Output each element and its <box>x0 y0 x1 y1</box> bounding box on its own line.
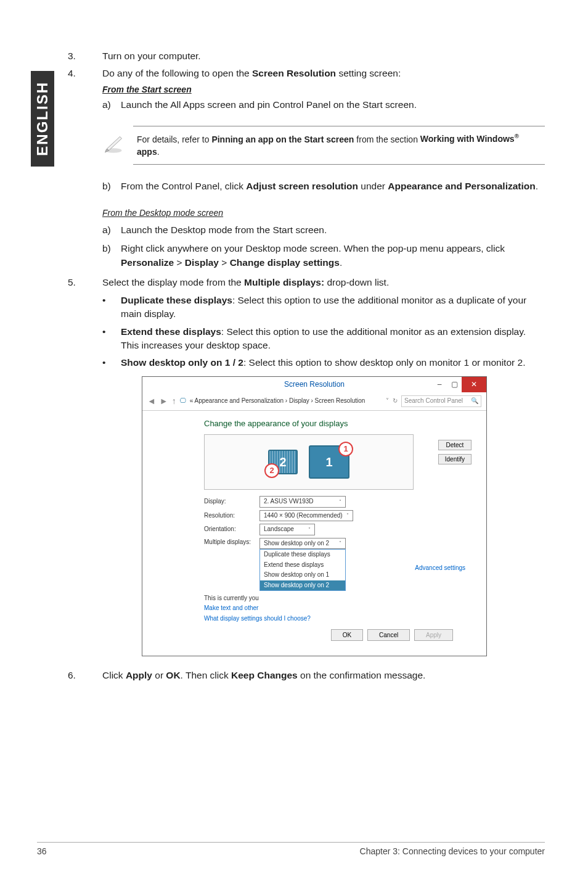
monitor-1[interactable]: 1 1 <box>309 445 349 479</box>
multiple-displays-label: Multiple displays: <box>204 538 259 547</box>
maximize-button[interactable]: ▢ <box>447 377 462 392</box>
bullet-1: Duplicate these displays: Select this op… <box>121 294 545 321</box>
step-4-intro-a: Do any of the following to open the <box>102 68 252 78</box>
note-a: For details, refer to <box>137 134 211 144</box>
note-box: For details, refer to Pinning an app on … <box>133 126 545 165</box>
from-desktop-heading: From the Desktop mode screen <box>102 207 545 219</box>
step-4-intro-bold: Screen Resolution <box>252 68 336 78</box>
step-4db-letter: b) <box>102 242 121 270</box>
option-only-2[interactable]: Show desktop only on 2 <box>260 580 345 591</box>
note-bold2: Working with Windows <box>420 134 515 144</box>
bullet-dot: • <box>102 356 121 369</box>
language-tab: ENGLISH <box>31 71 54 167</box>
step-5-num: 5. <box>68 276 102 289</box>
option-only-1[interactable]: Show desktop only on 1 <box>260 570 345 580</box>
chevron-down-icon: ˅ <box>339 498 341 506</box>
detect-button[interactable]: Detect <box>438 440 472 450</box>
step-4da-text: Launch the Desktop mode from the Start s… <box>121 223 545 237</box>
step-4-num: 4. <box>68 67 102 114</box>
dropdown-options: Duplicate these displays Extend these di… <box>259 549 346 591</box>
step-4-intro-b: setting screen: <box>336 68 401 78</box>
step-4b-text: From the Control Panel, click Adjust scr… <box>121 179 545 193</box>
display-dropdown[interactable]: 2. ASUS VW193D˅ <box>259 496 346 508</box>
cancel-button[interactable]: Cancel <box>367 629 410 641</box>
step-5-text: Select the display mode from the Multipl… <box>102 276 545 289</box>
page-number: 36 <box>37 846 47 856</box>
display-label: Display: <box>204 497 259 506</box>
panel-heading: Change the appearance of your displays <box>204 418 472 430</box>
dropdown-caret-icon[interactable]: ˅ <box>386 397 389 406</box>
step-3-text: Turn on your computer. <box>102 49 545 63</box>
screen-resolution-window: Screen Resolution – ▢ ✕ ◄ ► ↑ 🖵 « Appear… <box>142 376 487 657</box>
note-sup: ® <box>515 133 519 140</box>
note-bold3: apps <box>137 147 157 157</box>
note-b: from the section <box>354 134 420 144</box>
make-text-link[interactable]: Make text and other <box>204 604 472 613</box>
bullet-3: Show desktop only on 1 / 2: Select this … <box>121 356 545 369</box>
forward-icon[interactable]: ► <box>160 395 168 407</box>
chapter-title: Chapter 3: Connecting devices to your co… <box>360 846 545 856</box>
currently-text: This is currently you <box>204 595 259 601</box>
search-input[interactable]: Search Control Panel🔍 <box>401 395 481 407</box>
step-4b-letter: b) <box>102 179 121 193</box>
search-icon: 🔍 <box>471 397 478 406</box>
minimize-button[interactable]: – <box>432 377 447 392</box>
advanced-settings-link[interactable]: Advanced settings <box>415 564 472 573</box>
orientation-dropdown[interactable]: Landscape˅ <box>259 524 315 535</box>
from-start-heading: From the Start screen <box>102 83 545 96</box>
chevron-down-icon: ˅ <box>308 526 311 534</box>
step-3-num: 3. <box>68 49 102 63</box>
option-duplicate[interactable]: Duplicate these displays <box>260 550 345 560</box>
chevron-down-icon: ˅ <box>339 540 341 547</box>
refresh-icon[interactable]: ↻ <box>393 397 398 406</box>
option-extend[interactable]: Extend these displays <box>260 560 345 571</box>
callout-1: 1 <box>338 442 353 456</box>
close-button[interactable]: ✕ <box>462 377 486 392</box>
bullet-dot: • <box>102 325 121 353</box>
resolution-dropdown[interactable]: 1440 × 900 (Recommended)˅ <box>259 510 353 522</box>
note-bold1: Pinning an app on the Start screen <box>211 134 354 144</box>
step-4a-text: Launch the All Apps screen and pin Contr… <box>121 98 545 112</box>
language-label: ENGLISH <box>34 81 51 156</box>
ok-button[interactable]: OK <box>331 629 363 641</box>
resolution-label: Resolution: <box>204 511 259 521</box>
identify-button[interactable]: Identify <box>438 454 472 464</box>
window-titlebar: Screen Resolution – ▢ ✕ <box>142 377 486 392</box>
note-icon <box>102 132 133 158</box>
up-icon[interactable]: ↑ <box>172 395 176 407</box>
orientation-label: Orientation: <box>204 525 259 534</box>
apply-button[interactable]: Apply <box>414 629 453 641</box>
callout-2: 2 <box>264 463 279 478</box>
step-6-text: Click Apply or OK. Then click Keep Chang… <box>102 669 545 682</box>
step-4db-text: Right click anywhere on your Desktop mod… <box>121 242 545 270</box>
step-4da-letter: a) <box>102 223 121 237</box>
monitor-icon: 🖵 <box>180 397 186 406</box>
monitor-2[interactable]: 2 2 <box>268 450 298 474</box>
bullet-dot: • <box>102 294 121 321</box>
step-4a-letter: a) <box>102 98 121 112</box>
breadcrumb[interactable]: « Appearance and Personalization › Displ… <box>190 397 382 406</box>
note-c: . <box>157 147 160 157</box>
nav-bar: ◄ ► ↑ 🖵 « Appearance and Personalization… <box>142 392 486 410</box>
display-arrangement[interactable]: 2 2 1 1 Detect Identify <box>204 434 414 490</box>
multiple-displays-dropdown[interactable]: Show desktop only on 2˅ <box>259 538 346 550</box>
chevron-down-icon: ˅ <box>346 512 349 519</box>
back-icon[interactable]: ◄ <box>147 395 156 407</box>
window-title: Screen Resolution <box>284 380 345 389</box>
bullet-2: Extend these displays: Select this optio… <box>121 325 545 353</box>
what-settings-link[interactable]: What display settings should I choose? <box>204 614 472 624</box>
step-6-num: 6. <box>68 669 102 682</box>
